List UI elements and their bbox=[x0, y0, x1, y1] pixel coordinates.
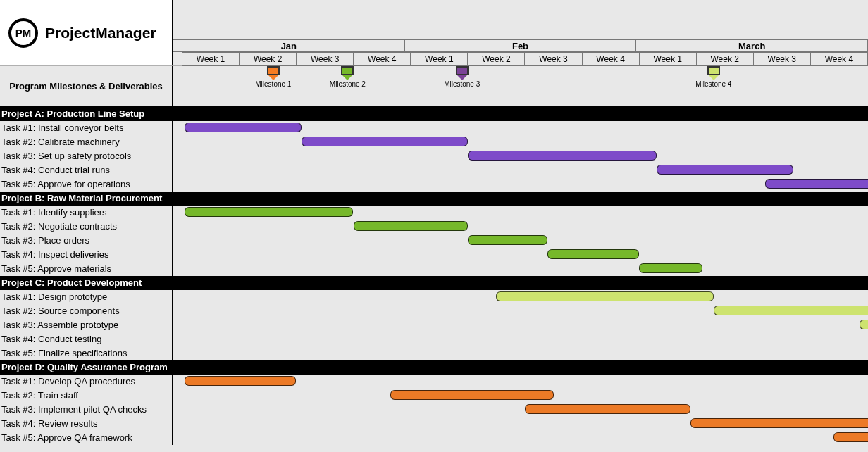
gantt-bar[interactable] bbox=[657, 165, 794, 175]
gantt-bar[interactable] bbox=[639, 263, 702, 273]
month-cell: Feb bbox=[405, 40, 637, 51]
project-header-spacer bbox=[173, 107, 868, 121]
gantt-bar[interactable] bbox=[765, 179, 868, 189]
tasks-column: Program Milestones & Deliverables Projec… bbox=[0, 66, 173, 445]
gantt-bar[interactable] bbox=[714, 306, 868, 315]
month-cell: Jan bbox=[173, 40, 405, 51]
week-cell: Week 2 bbox=[239, 52, 296, 66]
gantt-bar[interactable] bbox=[185, 207, 353, 217]
gantt-bar[interactable] bbox=[547, 249, 639, 259]
gantt-bar[interactable] bbox=[525, 404, 690, 414]
week-cell: Week 4 bbox=[353, 52, 410, 66]
task-label: Task #2: Source components bbox=[0, 304, 172, 318]
gantt-bar[interactable] bbox=[390, 390, 553, 400]
task-label: Task #1: Identify suppliers bbox=[0, 206, 172, 220]
milestone-marker: Milestone 4 bbox=[707, 66, 720, 76]
week-cell: Week 2 bbox=[696, 52, 753, 66]
task-row bbox=[173, 318, 868, 332]
task-row bbox=[173, 121, 868, 135]
project-header: Project B: Raw Material Procurement bbox=[0, 192, 172, 206]
brand-name: ProjectManager bbox=[45, 25, 156, 42]
milestones-row: Milestone 1Milestone 2Milestone 3Milesto… bbox=[173, 66, 868, 107]
milestone-marker: Milestone 2 bbox=[341, 66, 354, 76]
project-header-spacer bbox=[173, 192, 868, 206]
task-label: Task #1: Develop QA procedures bbox=[0, 375, 172, 389]
gantt-bar[interactable] bbox=[302, 137, 467, 146]
task-row bbox=[173, 346, 868, 360]
gantt-bar[interactable] bbox=[468, 235, 548, 245]
task-row bbox=[173, 234, 868, 248]
week-cell: Week 3 bbox=[753, 52, 810, 66]
task-row bbox=[173, 417, 868, 431]
task-row bbox=[173, 431, 868, 445]
task-label: Task #4: Review results bbox=[0, 417, 172, 431]
task-row bbox=[173, 177, 868, 192]
milestone-icon bbox=[267, 66, 280, 76]
gantt-bar[interactable] bbox=[860, 320, 868, 329]
week-cell: Week 1 bbox=[639, 52, 696, 66]
gantt-bar[interactable] bbox=[833, 432, 868, 442]
project-header: Project D: Quality Assurance Program bbox=[0, 360, 172, 375]
milestone-label: Milestone 2 bbox=[328, 80, 367, 89]
milestones-label: Program Milestones & Deliverables bbox=[0, 66, 172, 107]
week-cell: Week 3 bbox=[296, 52, 353, 66]
milestone-label: Milestone 1 bbox=[254, 80, 292, 89]
task-label: Task #4: Conduct testing bbox=[0, 332, 172, 346]
task-row bbox=[173, 248, 868, 262]
task-row bbox=[173, 403, 868, 417]
task-label: Task #2: Train staff bbox=[0, 389, 172, 403]
project-header: Project C: Product Development bbox=[0, 276, 172, 290]
task-row bbox=[173, 135, 868, 149]
task-row bbox=[173, 375, 868, 389]
chart-area: Milestone 1Milestone 2Milestone 3Milesto… bbox=[173, 66, 868, 445]
timeline-header: JanFebMarch Week 1Week 2Week 3Week 4Week… bbox=[173, 0, 868, 66]
gantt-container: PM ProjectManager JanFebMarch Week 1Week… bbox=[0, 0, 868, 452]
milestone-label: Milestone 3 bbox=[442, 80, 481, 89]
task-row bbox=[173, 290, 868, 304]
week-cell: Week 4 bbox=[582, 52, 639, 66]
task-row bbox=[173, 206, 868, 220]
task-label: Task #4: Inspect deliveries bbox=[0, 248, 172, 262]
task-label: Task #3: Assemble prototype bbox=[0, 318, 172, 332]
week-cell: Week 1 bbox=[410, 52, 467, 66]
months-row: JanFebMarch bbox=[173, 39, 868, 52]
gantt-bar[interactable] bbox=[354, 221, 468, 231]
project-header-spacer bbox=[173, 360, 868, 375]
task-row bbox=[173, 163, 868, 177]
task-row bbox=[173, 304, 868, 318]
week-cell: Week 1 bbox=[182, 52, 239, 66]
milestone-icon bbox=[456, 66, 469, 76]
task-label: Task #5: Approve for operations bbox=[0, 177, 172, 192]
task-row bbox=[173, 389, 868, 403]
task-label: Task #1: Design prototype bbox=[0, 290, 172, 304]
task-label: Task #4: Conduct trial runs bbox=[0, 163, 172, 177]
milestone-icon bbox=[707, 66, 720, 76]
task-row bbox=[173, 262, 868, 276]
week-cell: Week 4 bbox=[810, 52, 868, 66]
week-cell: Week 3 bbox=[524, 52, 581, 66]
gantt-bar[interactable] bbox=[468, 151, 657, 161]
project-header: Project A: Production Line Setup bbox=[0, 107, 172, 121]
gantt-bar[interactable] bbox=[185, 123, 302, 132]
task-label: Task #5: Approve materials bbox=[0, 262, 172, 276]
gantt-bar[interactable] bbox=[496, 291, 713, 301]
milestone-label: Milestone 4 bbox=[694, 80, 733, 89]
brand-initials: PM bbox=[8, 18, 38, 48]
weeks-row: Week 1Week 2Week 3Week 4Week 1Week 2Week… bbox=[182, 52, 868, 66]
task-row bbox=[173, 149, 868, 163]
gantt-bar[interactable] bbox=[185, 376, 296, 386]
task-label: Task #5: Approve QA framework bbox=[0, 431, 172, 445]
milestone-icon bbox=[341, 66, 354, 76]
milestone-marker: Milestone 3 bbox=[456, 66, 469, 76]
task-label: Task #3: Place orders bbox=[0, 234, 172, 248]
month-cell: March bbox=[636, 40, 868, 51]
task-label: Task #3: Implement pilot QA checks bbox=[0, 403, 172, 417]
task-label: Task #2: Calibrate machinery bbox=[0, 135, 172, 149]
task-label: Task #1: Install conveyor belts bbox=[0, 121, 172, 135]
week-cell: Week 2 bbox=[467, 52, 524, 66]
task-row bbox=[173, 220, 868, 234]
task-label: Task #2: Negotiate contracts bbox=[0, 220, 172, 234]
milestone-marker: Milestone 1 bbox=[267, 66, 280, 76]
gantt-bar[interactable] bbox=[690, 418, 868, 428]
task-row bbox=[173, 332, 868, 346]
